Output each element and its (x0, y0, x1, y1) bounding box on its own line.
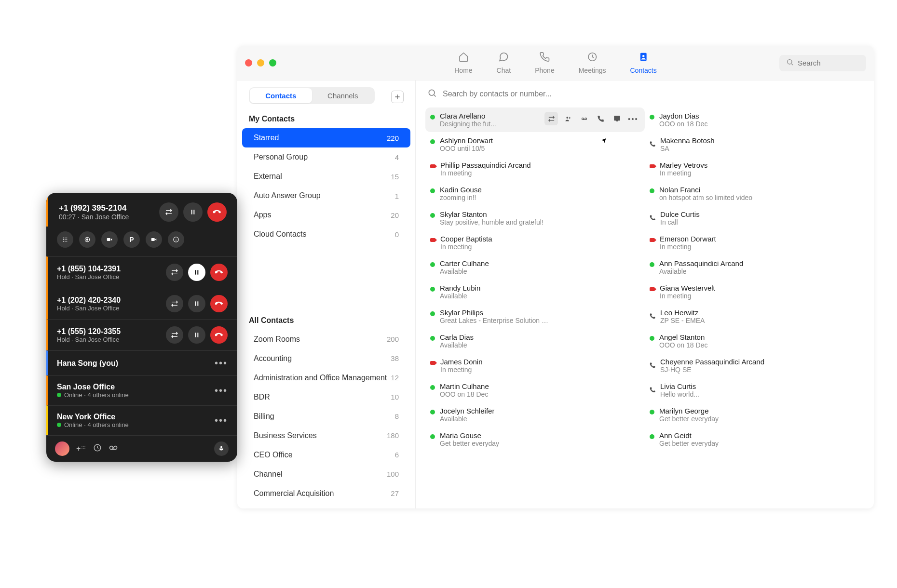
nav-phone[interactable]: Phone (535, 52, 554, 74)
contact-row[interactable]: Angel StantonOOO on 18 Dec (645, 329, 864, 353)
contact-row[interactable]: Dulce CurtisIn call (645, 206, 864, 230)
office-row[interactable]: New York Office Online · 4 others online… (46, 405, 237, 435)
sidebar-item[interactable]: Corporate16 (242, 503, 410, 509)
hangup-button[interactable] (210, 264, 228, 281)
contact-row[interactable]: Marley VetrovsIn meeting (645, 157, 864, 181)
contact-row[interactable]: Emerson DorwartIn meeting (645, 230, 864, 255)
more-icon[interactable]: ••• (215, 385, 228, 396)
contact-row[interactable]: Giana WesterveltIn meeting (645, 280, 864, 304)
voicemail-icon[interactable] (109, 443, 118, 454)
svg-point-3 (788, 59, 792, 64)
contact-status-text: Available (440, 267, 489, 275)
transfer-button[interactable] (166, 295, 183, 312)
contact-row[interactable]: Maria GouseGet better everyday (425, 427, 645, 452)
hangup-button[interactable] (210, 326, 228, 344)
sidebar-item[interactable]: Starred220 (242, 128, 410, 147)
pause-button[interactable] (183, 202, 203, 222)
sidebar-item[interactable]: Channel100 (242, 465, 410, 484)
sidebar-item[interactable]: Administration and Office Management12 (242, 368, 410, 388)
contact-row[interactable]: Phillip Passaquindici ArcandIn meeting (425, 157, 645, 181)
sidebar-item[interactable]: Commercial Acquisition27 (242, 484, 410, 503)
contacts-search-input[interactable] (443, 90, 862, 98)
resume-button[interactable] (188, 326, 205, 344)
tab-channels[interactable]: Channels (312, 88, 374, 103)
info-button[interactable] (168, 231, 184, 248)
contact-row[interactable]: Ann GeidtGet better everyday (645, 427, 864, 452)
record-button[interactable] (79, 231, 95, 248)
self-row[interactable]: Hana Song (you) ••• (46, 350, 237, 375)
sidebar-item[interactable]: Billing8 (242, 407, 410, 426)
contacts-search[interactable] (416, 80, 874, 107)
voicemail-icon[interactable] (577, 112, 591, 125)
resume-button[interactable] (188, 264, 205, 281)
nav-chat[interactable]: Chat (497, 52, 511, 74)
sidebar-item[interactable]: BDR10 (242, 388, 410, 407)
contact-row[interactable]: Ann Passaquindici ArcandAvailable (645, 255, 864, 280)
more-icon[interactable]: ••• (215, 358, 228, 369)
nav-meetings[interactable]: Meetings (579, 52, 606, 74)
minimize-window-button[interactable] (257, 59, 264, 67)
sidebar-item[interactable]: Auto Answer Group1 (242, 186, 410, 205)
contact-row[interactable]: Skylar PhilipsGreat Lakes - Enterprise S… (425, 304, 645, 329)
sidebar-item[interactable]: Accounting38 (242, 349, 410, 368)
mute-button[interactable] (214, 441, 229, 456)
sidebar-item[interactable]: Cloud Contacts0 (242, 225, 410, 244)
sidebar-item[interactable]: Zoom Rooms200 (242, 330, 410, 349)
sidebar-item[interactable]: External15 (242, 167, 410, 186)
hangup-button[interactable] (207, 202, 227, 222)
held-call-row[interactable]: +1 (555) 120-3355 Hold · San Jose Office (46, 319, 237, 350)
sidebar-item[interactable]: Apps20 (242, 205, 410, 225)
held-call-row[interactable]: +1 (855) 104-2391 Hold · San Jose Office (46, 256, 237, 288)
chat-icon[interactable] (610, 112, 624, 125)
contact-row[interactable]: Kadin Gousezooming in!! (425, 181, 645, 206)
nav-contacts[interactable]: Contacts (630, 52, 656, 74)
contact-row[interactable]: Makenna BotoshSA (645, 132, 864, 157)
hangup-button[interactable] (210, 295, 228, 312)
transfer-button[interactable] (159, 202, 178, 222)
contact-row[interactable]: Nolan Francion hotspot atm so limited vi… (645, 181, 864, 206)
contact-row[interactable]: Clara ArellanoDesigning the fut...•••➤ (425, 107, 645, 132)
nav-home[interactable]: Home (454, 52, 472, 74)
contact-row[interactable]: Jocelyn SchleiferAvailable (425, 402, 645, 427)
add-dialpad-icon[interactable]: + (76, 444, 86, 453)
zoom-window-button[interactable] (269, 59, 276, 67)
contact-row[interactable]: Jaydon DiasOOO on 18 Dec (645, 107, 864, 132)
contact-row[interactable]: Leo HerwitzZP SE - EMEA (645, 304, 864, 329)
transfer-button[interactable] (166, 326, 183, 344)
svg-point-31 (83, 446, 84, 447)
contact-row[interactable]: Carla DiasAvailable (425, 329, 645, 353)
contact-row[interactable]: Livia CurtisHello world... (645, 378, 864, 402)
resume-button[interactable] (188, 295, 205, 312)
contact-row[interactable]: Randy LubinAvailable (425, 280, 645, 304)
transfer-icon[interactable] (544, 112, 558, 125)
sidebar-item[interactable]: Business Services180 (242, 426, 410, 445)
sidebar-item[interactable]: CEO Office6 (242, 445, 410, 465)
history-icon[interactable] (93, 443, 102, 454)
more-icon[interactable]: ••• (215, 415, 228, 426)
contact-row[interactable]: Carter CulhaneAvailable (425, 255, 645, 280)
avatar[interactable] (55, 441, 69, 456)
contact-row[interactable]: Cheyenne Passaquindici ArcandSJ-HQ SE (645, 353, 864, 378)
dialpad-button[interactable] (57, 231, 73, 248)
contact-row[interactable]: Marilyn GeorgeGet better everyday (645, 402, 864, 427)
contact-row[interactable]: Cooper BaptistaIn meeting (425, 230, 645, 255)
video-toggle-button[interactable] (146, 231, 162, 248)
global-search[interactable] (779, 55, 866, 71)
phone-icon[interactable] (594, 112, 607, 125)
video-button[interactable] (101, 231, 118, 248)
contact-row[interactable]: James DoninIn meeting (425, 353, 645, 378)
office-row[interactable]: San Jose Office Online · 4 others online… (46, 375, 237, 405)
add-person-icon[interactable] (561, 112, 574, 125)
contact-row[interactable]: Martin CulhaneOOO on 18 Dec (425, 378, 645, 402)
held-call-row[interactable]: +1 (202) 420-2340 Hold · San Jose Office (46, 288, 237, 319)
more-icon[interactable]: ••• (626, 112, 640, 125)
tab-contacts[interactable]: Contacts (250, 88, 312, 103)
add-contact-button[interactable] (391, 91, 404, 103)
close-window-button[interactable] (245, 59, 252, 67)
global-search-input[interactable] (798, 59, 859, 67)
contact-row[interactable]: Skylar StantonStay positive, humble and … (425, 206, 645, 230)
transfer-button[interactable] (166, 264, 183, 281)
sidebar-item[interactable]: Personal Group4 (242, 147, 410, 167)
park-button[interactable]: P (123, 231, 140, 248)
contact-row[interactable]: Ashlynn DorwartOOO until 10/5 (425, 132, 645, 157)
